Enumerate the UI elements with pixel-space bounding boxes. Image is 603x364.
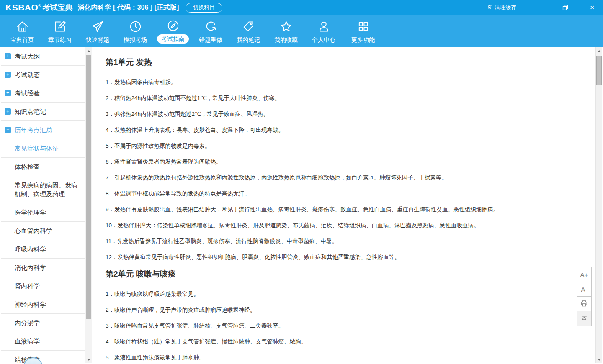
font-increase-button[interactable]: A+ [577,267,592,282]
nav-item-favorites[interactable]: 我的收藏 [267,15,305,47]
scroll-up-arrow-icon[interactable] [85,48,92,54]
titlebar-left: KSBAO® 考试宝典 消化内科学 [ 代码：306 ] [正式版] 切换科目 [5,3,222,13]
sidebar-item[interactable]: +考试经验 [1,84,86,103]
home-icon [15,20,29,33]
sidebar-item[interactable]: 消化内科学 [1,259,86,277]
star-icon [279,20,293,33]
logo-registered-mark: ® [38,4,41,8]
sidebar-item-label: 消化内科学 [15,264,46,271]
nav-item-label: 我的笔记 [237,36,260,43]
nav-item-label: 错题重做 [199,36,222,43]
sidebar-item[interactable]: 常见疾病的病因、发病机制、病理及药理 [1,176,86,203]
nav-item-more[interactable]: 更多功能 [344,15,382,47]
note-item: 11．先发热后昏迷见于流行性乙型脑炎、斑疹伤寒、流行性脑脊髓膜炎、中毒型菌痢、中… [106,237,577,245]
sidebar-item-label: 呼吸内科学 [15,246,46,253]
app-body: +考试大纲+考试动态+考试经验+知识点笔记−历年考点汇总常见症状与体征体格检查常… [1,47,602,363]
sidebar-item[interactable]: 医学伦理学 [1,203,86,222]
nav-item-label: 考试指南 [157,34,189,44]
sidebar: +考试大纲+考试动态+考试经验+知识点笔记−历年考点汇总常见症状与体征体格检查常… [1,47,92,363]
sidebar-item-label: 医学伦理学 [15,209,46,216]
sidebar-item[interactable]: 结核病学 [1,351,86,363]
note-item: 3．咳嗽伴咯血常见支气管扩张症、肺结核、支气管肺癌、二尖瓣狭窄。 [106,322,577,330]
note-item: 3．弛张热24h内体温波动范围超过2℃，常见于败血症、风湿热。 [106,110,577,118]
font-decrease-button[interactable]: A- [577,282,592,297]
sidebar-item[interactable]: +知识点笔记 [1,103,86,121]
app-window: KSBAO® 考试宝典 消化内科学 [ 代码：306 ] [正式版] 切换科目 … [0,0,603,364]
user-icon [317,20,331,33]
main-nav: 宝典首页章节练习快速背题模拟考场考试指南错题重做我的笔记我的收藏个人中心更多功能 [0,15,603,47]
back-to-top-button[interactable] [577,311,592,326]
redo-icon [204,20,218,33]
subject-title: 消化内科学 [ 代码：306 ] [正式版] [77,3,179,12]
nav-item-home[interactable]: 宝典首页 [3,15,41,47]
note-item: 6．急性肾盂肾炎患者的发热常表现为间歇热。 [106,158,577,166]
expand-icon[interactable]: + [5,72,11,78]
sidebar-item[interactable]: 肾内科学 [1,277,86,295]
minimize-button[interactable]: ─ [534,3,543,12]
sidebar-item[interactable]: 神经内科学 [1,295,86,314]
titlebar-right: 清理缓存 ─ ✕ [487,3,597,12]
sidebar-item[interactable]: 心血管内科学 [1,222,86,240]
collapse-icon[interactable]: − [5,127,11,133]
sidebar-item[interactable]: +考试大纲 [1,47,86,66]
nav-item-guide[interactable]: 考试指南 [154,15,192,47]
section-heading: 第1单元 发热 [106,57,577,67]
sidebar-item[interactable]: 内分泌学 [1,314,86,332]
note-item: 4．咳嗽伴杵状指（趾）常见于支气管扩张症、慢性肺脓肿、支气管肺癌、脓胸。 [106,338,577,346]
content-area: 第1单元 发热1．发热病因多由病毒引起。2．稽留热24h内体温波动范围不超过1℃… [92,47,602,363]
sidebar-item-label: 心血管内科学 [15,227,52,234]
close-button[interactable]: ✕ [588,3,597,12]
scroll-down-arrow-icon[interactable] [85,356,92,362]
note-item: 12．发热伴黄疸常见于病毒性肝炎、恶性组织细胞病、胆囊炎、化脓性胆管炎、败血症和… [106,253,577,261]
content-scrollbar[interactable] [595,47,602,363]
sidebar-item[interactable]: −历年考点汇总 [1,121,86,139]
expand-icon[interactable]: + [5,90,11,96]
nav-item-notes[interactable]: 我的笔记 [229,15,267,47]
nav-item-label: 章节练习 [48,36,72,43]
scroll-down-arrow-icon[interactable] [596,356,602,362]
sidebar-item-label: 考试动态 [15,71,40,78]
sidebar-item-label: 血液病学 [15,338,40,345]
sidebar-item[interactable]: 常见症状与体征 [1,139,86,158]
expand-icon[interactable]: + [5,108,11,115]
compass-icon [166,19,180,33]
note-item: 1．咳嗽与咳痰以呼吸道感染最常见。 [106,290,577,298]
print-button[interactable] [577,296,592,311]
nav-item-redo[interactable]: 错题重做 [192,15,229,47]
note-item: 5．浆液性血性泡沫痰最常见于肺水肿。 [106,354,577,361]
sidebar-list: +考试大纲+考试动态+考试经验+知识点笔记−历年考点汇总常见症状与体征体格检查常… [1,47,86,363]
restore-button[interactable] [561,3,570,12]
sidebar-scrollbar-thumb[interactable] [86,55,91,319]
scroll-up-arrow-icon[interactable] [596,48,602,54]
sidebar-item[interactable]: 呼吸内科学 [1,240,86,259]
edit-icon [53,20,67,33]
clock-icon [129,20,142,33]
sidebar-item[interactable]: 体格检查 [1,158,86,176]
trash-icon [487,4,492,11]
sidebar-item-label: 神经内科学 [15,301,46,308]
nav-item-label: 快速背题 [86,36,109,43]
sidebar-item-label: 考试经验 [15,90,40,97]
note-item: 1．发热病因多由病毒引起。 [106,78,577,86]
nav-item-quick[interactable]: 快速背题 [79,15,116,47]
note-item: 4．发热的体温上升期表现：畏寒、皮肤苍白、皮温下降，可出现寒战。 [106,126,577,134]
note-item: 7．引起机体发热的致热原包括外源性致热原和内源性致热原，内源性致热原也称白细胞致… [106,174,577,182]
note-item: 10．发热伴肝脾大：传染性单核细胞增多症、病毒性肝炎、肝及胆道感染、布氏菌病、疟… [106,221,577,229]
sidebar-item-label: 肾内科学 [15,282,40,290]
sidebar-item[interactable]: +考试动态 [1,66,86,84]
clear-cache-button[interactable]: 清理缓存 [487,4,516,11]
nav-item-label: 个人中心 [312,36,335,43]
nav-item-label: 我的收藏 [274,36,298,43]
nav-item-mock-exam[interactable]: 模拟考场 [116,15,154,47]
content-scrollbar-thumb[interactable] [596,56,602,85]
sidebar-item[interactable]: 血液病学 [1,332,86,351]
nav-item-profile[interactable]: 个人中心 [305,15,343,47]
paper-plane-icon [91,20,105,33]
note-item: 2．稽留热24h内体温波动范围不超过1℃，常见于大叶性肺炎、伤寒。 [106,94,577,102]
sidebar-item-label: 常见疾病的病因、发病机制、病理及药理 [15,182,77,197]
nav-item-chapters[interactable]: 章节练习 [41,15,79,47]
sidebar-item-label: 常见症状与体征 [15,145,59,152]
switch-subject-button[interactable]: 切换科目 [186,3,222,13]
sidebar-scrollbar[interactable] [85,47,92,363]
expand-icon[interactable]: + [5,53,11,59]
